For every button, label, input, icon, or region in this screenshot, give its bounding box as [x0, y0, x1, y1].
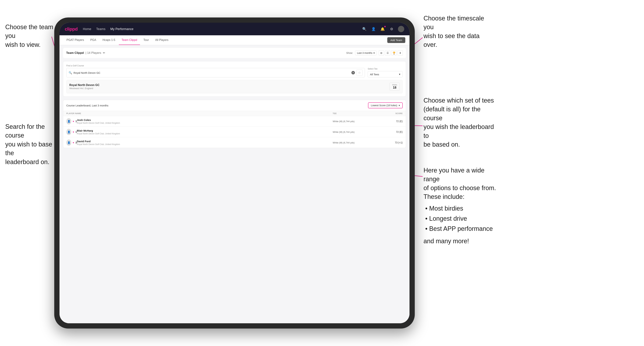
rank-cell: 👤 ♥ 1 [66, 118, 77, 124]
avatar: 👤 [66, 140, 71, 146]
course-result: Royal North Devon GC Westward Ho!, Engla… [66, 80, 403, 93]
heart-icon: ♥ [72, 131, 74, 133]
holes-label: Holes [392, 84, 397, 86]
player-club: Royal North Devon Golf Club, United King… [77, 133, 333, 135]
nav-icons: 🔍 👤 🔔 ⚙ [362, 26, 404, 32]
team-header: Team Clippd | 14 Players ✏ Show: Last 3 … [63, 48, 406, 58]
clear-search-button[interactable]: ✕ [352, 71, 355, 74]
holes-badge: Holes 18 [390, 82, 400, 91]
course-location: Westward Ho!, England [69, 87, 100, 90]
app-logo: clippd [65, 26, 78, 32]
player-name: Blair McHarg [77, 129, 333, 132]
rank: 1 [76, 120, 77, 123]
show-controls: Show: Last 3 months ▾ ⊞ ☰ 🏆 ⬇ [346, 50, 403, 56]
tab-team-clippd[interactable]: Team Clippd [119, 35, 140, 45]
player-club: Royal North Devon Golf Club, United King… [77, 143, 333, 146]
col-player-name: PLAYER NAME [66, 112, 333, 114]
leaderboard-section: Course Leaderboard, Last 3 months Lowest… [63, 100, 406, 148]
rank-cell: 👤 ♥ 3 [66, 140, 77, 146]
edit-team-icon[interactable]: ✏ [103, 51, 105, 54]
course-search-section: Find a Golf Course 🔍 ✕ ☆ Select Tee All … [63, 61, 406, 97]
tee-dropdown[interactable]: All Tees ▾ [368, 71, 403, 77]
trophy-icon[interactable]: 🏆 [391, 50, 396, 56]
tab-hcaps[interactable]: Hcaps 1-5 [100, 35, 118, 45]
leaderboard-header: Course Leaderboard, Last 3 months Lowest… [63, 100, 406, 111]
course-search-row: Find a Golf Course 🔍 ✕ ☆ Select Tee All … [66, 64, 403, 77]
search-icon: 🔍 [68, 71, 72, 74]
add-team-button[interactable]: Add Team [387, 37, 405, 43]
search-input-wrapper: 🔍 ✕ ☆ [66, 68, 365, 77]
holes-value: 18 [392, 86, 397, 89]
nav-home[interactable]: Home [83, 27, 91, 31]
score-cell: 72 (E) [376, 131, 403, 133]
rank: 1 [76, 131, 77, 133]
settings-icon[interactable]: ⚙ [389, 26, 394, 32]
subnav: PGAT Players PGA Hcaps 1-5 Team Clippd T… [60, 35, 410, 45]
player-count: | 14 Players [86, 51, 101, 55]
subnav-tabs: PGAT Players PGA Hcaps 1-5 Team Clippd T… [64, 35, 387, 45]
nav-my-performance[interactable]: My Performance [110, 27, 134, 31]
chevron-down-icon: ▾ [399, 104, 400, 107]
navbar: clippd Home Teams My Performance 🔍 👤 🔔 ⚙ [60, 23, 410, 35]
annotation-top-right: Choose the timescale you wish to see the… [424, 14, 494, 49]
annotation-top-left: Choose the team you wish to view. [5, 23, 54, 49]
heart-icon: ♥ [72, 141, 74, 144]
course-search-input[interactable] [74, 71, 350, 74]
heart-icon: ♥ [72, 120, 74, 123]
score-type-dropdown[interactable]: Lowest Score (18 holes) ▾ [368, 102, 403, 108]
course-name: Royal North Devon GC [69, 84, 100, 87]
course-details: Royal North Devon GC Westward Ho!, Engla… [69, 84, 100, 90]
col-score: SCORE [376, 112, 403, 114]
nav-teams[interactable]: Teams [96, 27, 106, 31]
tab-pga[interactable]: PGA [88, 35, 99, 45]
notification-dot [384, 26, 386, 27]
team-title: Team Clippd | 14 Players ✏ [66, 51, 105, 55]
list-view-icon[interactable]: ☰ [385, 50, 390, 56]
find-course-label: Find a Golf Course [66, 64, 365, 67]
download-icon[interactable]: ⬇ [398, 50, 403, 56]
tee-select-group: Select Tee All Tees ▾ [368, 68, 403, 77]
tee-info: White (M) (6,744 yds) [333, 120, 376, 123]
player-info: David Ford Royal North Devon Golf Club, … [77, 140, 333, 146]
rank: 3 [76, 141, 77, 144]
tab-all-players[interactable]: All Players [152, 35, 171, 45]
table-row: 👤 ♥ 3 David Ford Royal North Devon Golf … [63, 137, 406, 148]
search-icon[interactable]: 🔍 [362, 26, 367, 32]
user-avatar[interactable] [398, 26, 404, 32]
score-cell: 73 (+1) [376, 141, 403, 144]
avatar: 👤 [66, 129, 71, 135]
favourite-button[interactable]: ☆ [356, 70, 362, 76]
nav-links: Home Teams My Performance [83, 27, 362, 31]
chevron-down-icon: ▾ [399, 73, 400, 76]
col-tee: TEE [333, 112, 376, 114]
course-search-group: Find a Golf Course 🔍 ✕ ☆ [66, 64, 365, 77]
table-row: 👤 ♥ 1 Blair McHarg Royal North Devon Gol… [63, 127, 406, 137]
player-info: Josh Coles Royal North Devon Golf Club, … [77, 119, 333, 124]
time-period-dropdown[interactable]: Last 3 months ▾ [355, 50, 376, 55]
table-row: 👤 ♥ 1 Josh Coles Royal North Devon Golf … [63, 116, 406, 127]
player-name: Josh Coles [77, 119, 333, 121]
player-name: David Ford [77, 140, 333, 143]
annotation-bottom-left: Search for the course you wish to base t… [5, 122, 61, 166]
tee-info: White (M) (6,744 yds) [333, 141, 376, 144]
leaderboard-table-header: PLAYER NAME TEE SCORE [63, 111, 406, 116]
grid-view-icon[interactable]: ⊞ [379, 50, 384, 56]
notification-icon[interactable]: 🔔 [380, 26, 385, 32]
view-icons: ⊞ ☰ 🏆 ⬇ [379, 50, 403, 56]
leaderboard-title: Course Leaderboard, Last 3 months [66, 104, 108, 107]
tab-tour[interactable]: Tour [141, 35, 152, 45]
annotation-bottom-right: Here you have a wide range of options to… [424, 166, 497, 245]
player-info: Blair McHarg Royal North Devon Golf Club… [77, 129, 333, 135]
score-cell: 72 (E) [376, 120, 403, 123]
tab-pgat-players[interactable]: PGAT Players [64, 35, 87, 45]
select-tee-label: Select Tee [368, 68, 403, 70]
tablet-frame: clippd Home Teams My Performance 🔍 👤 🔔 ⚙… [54, 17, 415, 329]
people-icon[interactable]: 👤 [371, 26, 376, 32]
avatar: 👤 [66, 118, 71, 124]
annotation-middle-right: Choose which set of tees (default is all… [424, 96, 497, 149]
tee-info: White (M) (6,744 yds) [333, 131, 376, 133]
show-label: Show: [346, 51, 353, 54]
rank-cell: 👤 ♥ 1 [66, 129, 77, 135]
player-club: Royal North Devon Golf Club, United King… [77, 122, 333, 124]
tablet-screen: clippd Home Teams My Performance 🔍 👤 🔔 ⚙… [60, 23, 410, 323]
